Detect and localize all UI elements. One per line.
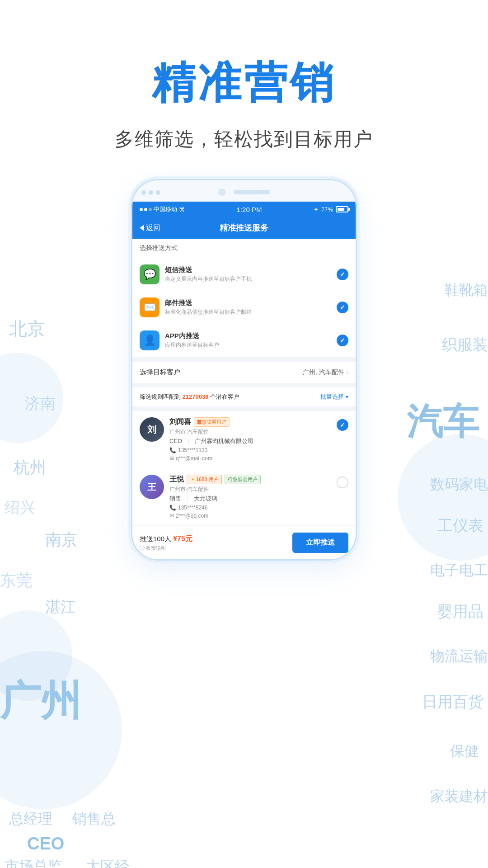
- app-icon: 👤: [140, 330, 160, 350]
- batch-select-btn[interactable]: 批量选择 ▾: [320, 393, 348, 401]
- customer-item-1[interactable]: 王 王悦 🔸 1688 用户 行业展会用户: [132, 468, 356, 526]
- mail-desc: 标准化商品信息推送至目标客户邮箱: [165, 308, 331, 316]
- company-text-0: 广州霖昀机械有限公司: [195, 438, 253, 444]
- mail-icon: ✉️: [140, 297, 160, 317]
- phone-notch-dots: [141, 190, 160, 195]
- target-customer-row[interactable]: 选择目标客户 广州, 汽车配件 ›: [132, 362, 356, 383]
- customer-location-0: 广州市·汽车配件: [169, 428, 331, 436]
- app-content: 选择推送方式 💬 短信推送 自定义展示内容推送至目标客户手机 ✓: [132, 239, 356, 559]
- bg-tag-ceo: CEO: [27, 834, 64, 854]
- nav-bar: 返回 精准推送服务: [132, 217, 356, 239]
- filter-count: 21270038: [183, 393, 209, 400]
- send-button[interactable]: 立即推送: [292, 533, 348, 553]
- mail-checkmark: ✓: [340, 304, 345, 311]
- contact-phone-1: 📞 135****8246: [169, 505, 331, 511]
- sms-checkmark: ✓: [340, 271, 345, 278]
- sms-name: 短信推送: [165, 266, 331, 274]
- customer-name-row-0: 刘闻喜 慧 慧聪网用户: [169, 417, 331, 427]
- phone-top-bar: [132, 180, 356, 202]
- status-left: 中国移动 ⌘: [140, 205, 185, 213]
- batch-arrow-icon: ▾: [346, 394, 348, 400]
- bg-tag-electronic: 电子电工: [430, 561, 488, 580]
- price-note-text: 收费说明: [146, 545, 166, 552]
- price-amount: ¥75元: [173, 535, 192, 542]
- battery-fill: [338, 208, 344, 211]
- customer-name-1: 王悦: [169, 475, 184, 484]
- price-section: 推送100人 ¥75元 ⓘ 收费说明: [140, 534, 292, 552]
- badge1-text-1: 1688 用户: [196, 476, 219, 483]
- circle-deco-4: [0, 651, 122, 809]
- mail-emoji: ✉️: [144, 302, 156, 313]
- price-note[interactable]: ⓘ 收费说明: [140, 545, 292, 552]
- target-label: 选择目标客户: [140, 368, 180, 377]
- nav-title: 精准推送服务: [220, 222, 268, 233]
- sms-text: 短信推送 自定义展示内容推送至目标客户手机: [165, 266, 331, 283]
- push-method-mail[interactable]: ✉️ 邮件推送 标准化商品信息推送至目标客户邮箱 ✓: [132, 291, 356, 324]
- phone-text-0: 135****1133: [178, 447, 207, 453]
- sms-icon: 💬: [140, 264, 160, 284]
- customer-location-1: 广州市·汽车配件: [169, 486, 331, 493]
- bg-tag-health: 保健: [450, 741, 479, 761]
- badge-text-0: 慧聪网用户: [202, 419, 226, 425]
- customer-role-0: CEO ｜ 广州霖昀机械有限公司: [169, 437, 331, 445]
- header-section: 精准营销 多维筛选，轻松找到目标用户: [0, 0, 488, 152]
- customer-avatar-0: 刘: [140, 417, 164, 442]
- avatar-img-1: 王: [140, 475, 164, 499]
- customer-check-0[interactable]: ✓: [337, 419, 348, 431]
- phone-speaker: [234, 190, 270, 194]
- wifi-icon: ⌘: [179, 206, 185, 213]
- target-value-text: 广州, 汽车配件: [303, 368, 344, 377]
- contact-phone-0: 📞 135****1133: [169, 447, 331, 453]
- status-right: ✦ 77%: [314, 206, 348, 213]
- main-title: 精准营销: [0, 54, 488, 113]
- customer-item-0[interactable]: 刘 刘闻喜 慧 慧聪网用户 广州市·汽车配件 CEO: [132, 411, 356, 468]
- push-method-sms[interactable]: 💬 短信推送 自定义展示内容推送至目标客户手机 ✓: [132, 258, 356, 291]
- bg-tag-dongguan: 东莞: [0, 570, 33, 592]
- bg-tag-home: 家装建材: [430, 787, 488, 807]
- bottom-bar: 推送100人 ¥75元 ⓘ 收费说明 立即推送: [132, 526, 356, 559]
- mail-check: ✓: [337, 302, 348, 313]
- carrier-name: 中国移动: [154, 205, 177, 213]
- phone-container: 中国移动 ⌘ 1:20 PM ✦ 77% 返回 精准推送服务: [0, 179, 488, 561]
- sms-emoji: 💬: [144, 269, 156, 280]
- phone-text-1: 135****8246: [178, 505, 207, 511]
- customer-check-1[interactable]: [337, 476, 348, 488]
- signal-dot-3: [149, 208, 152, 211]
- sms-desc: 自定义展示内容推送至目标客户手机: [165, 275, 331, 283]
- battery-percent: 77%: [321, 206, 333, 213]
- bg-tag-scz: 市场总监: [5, 857, 62, 868]
- bg-tag-guangzhou: 广州: [0, 674, 81, 729]
- filter-suffix: 个潜在客户: [210, 393, 239, 400]
- bg-tag-baby: 婴用品: [437, 601, 483, 622]
- app-text: APP内推送 应用内推送至目标客户: [165, 332, 331, 349]
- mail-text: 邮件推送 标准化商品信息推送至目标客户邮箱: [165, 299, 331, 316]
- check-circle-0: ✓: [337, 419, 348, 431]
- customer-badge2-1: 行业展会用户: [225, 475, 261, 484]
- badge2-text-1: 行业展会用户: [228, 476, 258, 483]
- email-icon-0: ✉: [169, 455, 174, 462]
- app-checkmark: ✓: [340, 337, 345, 344]
- info-icon: ⓘ: [140, 545, 145, 552]
- customer-list: 刘 刘闻喜 慧 慧聪网用户 广州市·汽车配件 CEO: [132, 411, 356, 526]
- contact-email-0: ✉ q***@mail.com: [169, 455, 331, 462]
- status-time: 1:20 PM: [237, 206, 262, 213]
- company-text-1: 大元玻璃: [194, 495, 217, 502]
- push-count-label: 推送100人: [140, 535, 171, 542]
- price-main: 推送100人 ¥75元: [140, 534, 292, 544]
- customer-info-1: 王悦 🔸 1688 用户 行业展会用户 广州市·汽车配件 销售: [169, 475, 331, 519]
- customer-role-1: 销售 ｜ 大元玻璃: [169, 495, 331, 503]
- push-method-app[interactable]: 👤 APP内推送 应用内推送至目标客户 ✓: [132, 324, 356, 357]
- back-button[interactable]: 返回: [140, 223, 160, 233]
- filter-row: 筛选规则匹配到 21270038 个潜在客户 批量选择 ▾: [132, 387, 356, 406]
- app-check: ✓: [337, 335, 348, 346]
- bg-tag-zjl: 总经理: [9, 809, 52, 829]
- target-value: 广州, 汽车配件 ›: [303, 368, 348, 377]
- batch-select-label: 批量选择: [320, 393, 344, 401]
- dot-2: [149, 190, 153, 195]
- sub-title: 多维筛选，轻松找到目标用户: [0, 127, 488, 152]
- mail-name: 邮件推送: [165, 299, 331, 307]
- avatar-img-0: 刘: [140, 417, 164, 442]
- phone-icon-1: 📞: [169, 505, 176, 511]
- back-chevron-icon: [140, 225, 144, 231]
- app-desc: 应用内推送至目标客户: [165, 341, 331, 349]
